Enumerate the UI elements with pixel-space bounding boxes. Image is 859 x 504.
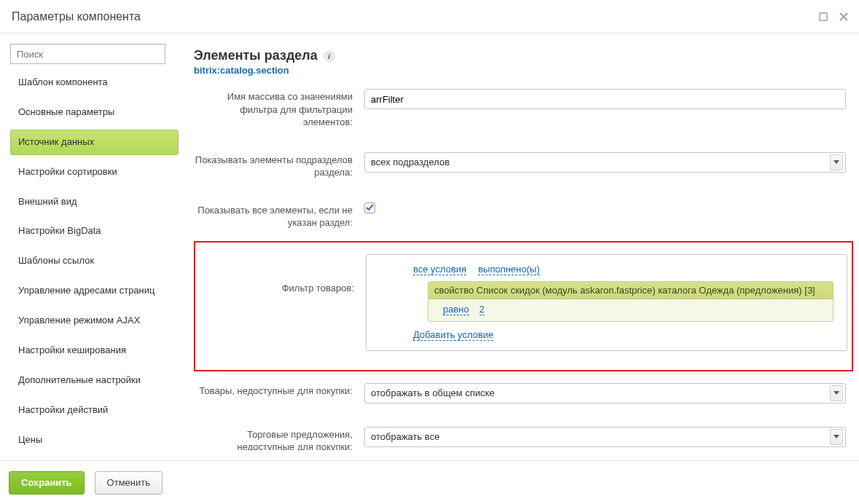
condition-block[interactable]: свойство Список скидок (модуль askaron.f… xyxy=(428,281,833,322)
content-title-row: Элементы раздела i xyxy=(194,48,859,63)
condition-detail: равно 2 xyxy=(428,299,833,315)
add-condition-link[interactable]: Добавить условие xyxy=(413,329,493,341)
row-show-all: Показывать все элементы, если не указан … xyxy=(194,191,853,241)
maximize-icon[interactable] xyxy=(818,12,828,22)
chevron-down-icon xyxy=(830,429,843,445)
label-show-all: Показывать все элементы, если не указан … xyxy=(194,201,353,229)
label-offers-unavailable: Торговые предложения, недоступные для по… xyxy=(194,425,353,450)
checkbox-show-all[interactable] xyxy=(364,202,375,213)
label-unavailable: Товары, недоступные для покупки: xyxy=(194,382,353,398)
sidebar-item-link-templates[interactable]: Шаблоны ссылок xyxy=(10,248,179,274)
content-header: Элементы раздела i bitrix:catalog.sectio… xyxy=(194,48,859,76)
label-subsections: Показывать элементы подразделов раздела: xyxy=(194,151,353,179)
main-area: Шаблон компонента Основные параметры Ист… xyxy=(0,34,859,460)
sidebar-item-label: Управление адресами страниц xyxy=(18,285,155,296)
content-scroll[interactable]: Имя массива со значениями фильтра для фи… xyxy=(194,83,859,450)
sidebar-item-label: Шаблон компонента xyxy=(18,76,108,87)
dialog-title: Параметры компонента xyxy=(12,10,818,23)
component-settings-dialog: Параметры компонента Шаблон компонента О… xyxy=(0,0,859,504)
close-icon[interactable] xyxy=(839,12,849,22)
condition-operator[interactable]: равно xyxy=(443,304,469,315)
component-id: bitrix:catalog.section xyxy=(194,65,859,76)
sidebar: Шаблон компонента Основные параметры Ист… xyxy=(0,34,184,460)
sidebar-scroll[interactable]: Шаблон компонента Основные параметры Ист… xyxy=(10,70,180,450)
info-icon[interactable]: i xyxy=(323,50,335,62)
sidebar-item-label: Основные параметры xyxy=(18,106,114,117)
chevron-down-icon xyxy=(830,385,843,401)
row-filter-name: Имя массива со значениями фильтра для фи… xyxy=(194,83,853,141)
filter-box: все условия выполнено(ы) свойство Список… xyxy=(366,254,847,351)
cond-mode-done[interactable]: выполнено(ы) xyxy=(478,264,540,275)
select-offers-unavailable[interactable]: отображать все xyxy=(364,427,846,447)
titlebar: Параметры компонента xyxy=(0,0,859,34)
svg-rect-0 xyxy=(820,13,827,20)
select-subsections[interactable]: всех подразделов xyxy=(364,152,846,173)
row-unavailable: Товары, недоступные для покупки: отображ… xyxy=(194,371,853,415)
sidebar-item-label: Настройки действий xyxy=(18,404,108,415)
sidebar-item-label: Управление режимом AJAX xyxy=(18,315,140,326)
titlebar-actions xyxy=(818,12,849,22)
sidebar-item-data-source[interactable]: Источник данных xyxy=(10,130,179,155)
input-filter-name[interactable] xyxy=(364,89,846,109)
sidebar-item-label: Настройки сортировки xyxy=(18,166,117,177)
row-offers-unavailable: Торговые предложения, недоступные для по… xyxy=(194,415,853,450)
save-button[interactable]: Сохранить xyxy=(9,471,85,495)
chevron-down-icon xyxy=(830,154,843,170)
row-subsections: Показывать элементы подразделов раздела:… xyxy=(194,141,853,191)
select-value: отображать в общем списке xyxy=(371,387,495,398)
sidebar-item-label: Шаблоны ссылок xyxy=(18,255,94,266)
select-unavailable[interactable]: отображать в общем списке xyxy=(364,383,846,403)
sidebar-item-template[interactable]: Шаблон компонента xyxy=(10,70,179,95)
sidebar-item-label: Внешний вид xyxy=(18,196,77,207)
cancel-button[interactable]: Отменить xyxy=(95,471,162,495)
sidebar-item-sort[interactable]: Настройки сортировки xyxy=(10,160,179,185)
sidebar-item-url-management[interactable]: Управление адресами страниц xyxy=(10,278,179,304)
sidebar-item-label: Источник данных xyxy=(18,136,94,147)
condition-property: свойство Список скидок (модуль askaron.f… xyxy=(428,282,833,299)
content-inner: Имя массива со значениями фильтра для фи… xyxy=(194,83,859,450)
sidebar-item-bigdata[interactable]: Настройки BigData xyxy=(10,218,179,244)
sidebar-item-additional[interactable]: Дополнительные настройки xyxy=(10,368,179,393)
content: Элементы раздела i bitrix:catalog.sectio… xyxy=(184,34,859,460)
sidebar-item-actions[interactable]: Настройки действий xyxy=(10,398,179,423)
sidebar-item-main-params[interactable]: Основные параметры xyxy=(10,100,179,125)
search-input[interactable] xyxy=(10,44,165,64)
content-title: Элементы раздела xyxy=(194,48,318,63)
sidebar-item-label: Дополнительные настройки xyxy=(18,374,141,385)
sidebar-item-label: Настройки BigData xyxy=(18,225,101,236)
sidebar-item-ajax[interactable]: Управление режимом AJAX xyxy=(10,308,179,334)
condition-value[interactable]: 2 xyxy=(479,304,485,315)
condition-header: все условия выполнено(ы) xyxy=(413,264,833,275)
label-filter-name: Имя массива со значениями фильтра для фи… xyxy=(194,87,353,129)
select-value: отображать все xyxy=(371,431,439,442)
footer: Сохранить Отменить xyxy=(0,460,859,504)
row-product-filter: Фильтр товаров: все условия выполнено(ы)… xyxy=(194,241,853,371)
select-value: всех подразделов xyxy=(371,157,450,168)
sidebar-item-label: Настройки кеширования xyxy=(18,344,126,355)
sidebar-item-prices[interactable]: Цены xyxy=(10,428,179,450)
label-product-filter: Фильтр товаров: xyxy=(195,253,354,295)
sidebar-item-cache[interactable]: Настройки кеширования xyxy=(10,338,179,363)
cond-mode-all[interactable]: все условия xyxy=(413,264,466,275)
sidebar-item-appearance[interactable]: Внешний вид xyxy=(10,189,179,215)
sidebar-item-label: Цены xyxy=(18,434,42,445)
